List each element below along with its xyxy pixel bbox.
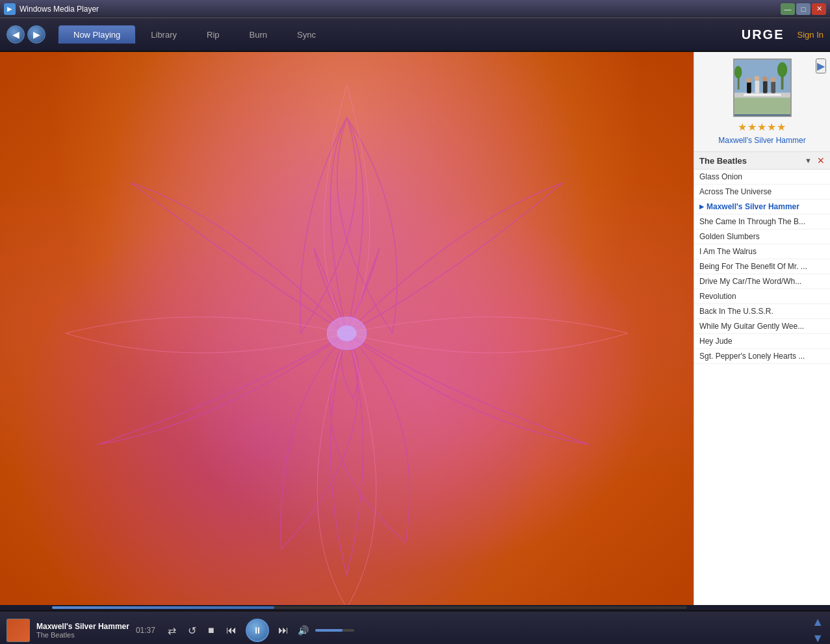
right-panel: ▶ bbox=[694, 52, 830, 605]
playlist-artist-name: The Beatles bbox=[699, 156, 805, 166]
nav-bar: ◀ ▶ Now Playing Library Rip Burn Sync UR… bbox=[0, 18, 830, 52]
track-thumbnail bbox=[6, 619, 30, 642]
shuffle-button[interactable]: ⇄ bbox=[165, 622, 179, 639]
sign-in-link[interactable]: Sign In bbox=[798, 30, 824, 40]
playlist: The Beatles ▼ ✕ Glass Onion Across The U… bbox=[694, 152, 830, 605]
app-icon: ▶ bbox=[4, 3, 16, 15]
list-item[interactable]: Revolution bbox=[694, 289, 830, 304]
list-item[interactable]: While My Guitar Gently Wee... bbox=[694, 319, 830, 334]
volume-icon: 🔊 bbox=[298, 625, 309, 636]
list-item[interactable]: Being For The Benefit Of Mr. ... bbox=[694, 259, 830, 274]
close-button[interactable]: ✕ bbox=[812, 3, 826, 15]
maximize-button[interactable]: □ bbox=[796, 3, 811, 15]
seek-bar-container[interactable] bbox=[0, 605, 830, 610]
panel-up-button[interactable]: ▲ bbox=[812, 615, 824, 629]
back-button[interactable]: ◀ bbox=[6, 25, 25, 44]
playlist-close-button[interactable]: ✕ bbox=[817, 155, 825, 166]
list-item[interactable]: Sgt. Pepper's Lonely Hearts ... bbox=[694, 349, 830, 364]
svg-point-12 bbox=[762, 77, 768, 82]
seek-progress bbox=[52, 606, 274, 609]
track-thumbnail-image bbox=[7, 619, 29, 641]
right-panel-controls: ▲ ▼ bbox=[812, 615, 824, 644]
list-item[interactable]: I Am The Walrus bbox=[694, 244, 830, 259]
album-art-image bbox=[734, 60, 790, 116]
visualization-area bbox=[0, 52, 694, 605]
svg-point-17 bbox=[734, 66, 742, 78]
controls-bar: Maxwell's Silver Hammer The Beatles 01:3… bbox=[0, 610, 830, 644]
list-item[interactable]: Glass Onion bbox=[694, 170, 830, 185]
list-item[interactable]: Back In The U.S.S.R. bbox=[694, 304, 830, 319]
tab-library[interactable]: Library bbox=[136, 25, 191, 44]
svg-rect-5 bbox=[744, 94, 781, 96]
now-playing-title[interactable]: Maxwell's Silver Hammer bbox=[718, 136, 805, 145]
svg-rect-6 bbox=[747, 82, 751, 93]
forward-button[interactable]: ▶ bbox=[27, 25, 45, 44]
main-content: ▶ bbox=[0, 52, 830, 605]
album-stars[interactable]: ★★★★★ bbox=[738, 121, 786, 133]
nav-tabs: Now Playing Library Rip Burn Sync bbox=[58, 25, 742, 44]
urge-logo: URGE bbox=[742, 27, 785, 42]
list-item[interactable]: Golden Slumbers bbox=[694, 229, 830, 244]
title-bar: ▶ Windows Media Player — □ ✕ bbox=[0, 0, 830, 18]
list-item[interactable]: She Came In Through The B... bbox=[694, 214, 830, 229]
nav-arrows: ◀ ▶ bbox=[6, 25, 45, 44]
window-title: Windows Media Player bbox=[19, 5, 781, 14]
next-button[interactable]: ⏭ bbox=[276, 622, 291, 639]
album-art bbox=[733, 58, 792, 117]
track-info: Maxwell's Silver Hammer The Beatles bbox=[36, 622, 129, 639]
volume-level bbox=[315, 629, 343, 632]
list-item[interactable]: Drive My Car/The Word/Wh... bbox=[694, 274, 830, 289]
panel-down-button[interactable]: ▼ bbox=[812, 632, 824, 644]
repeat-button[interactable]: ↺ bbox=[185, 622, 199, 639]
svg-point-10 bbox=[746, 78, 751, 83]
svg-rect-7 bbox=[755, 80, 759, 93]
expand-album-button[interactable]: ▶ bbox=[816, 58, 826, 73]
tab-now-playing[interactable]: Now Playing bbox=[58, 25, 135, 44]
svg-rect-3 bbox=[734, 96, 790, 114]
volume-slider[interactable] bbox=[315, 629, 354, 632]
list-item[interactable]: Maxwell's Silver Hammer bbox=[694, 200, 830, 214]
minimize-button[interactable]: — bbox=[781, 3, 795, 15]
list-item[interactable]: Hey Jude bbox=[694, 334, 830, 349]
svg-rect-8 bbox=[762, 81, 767, 93]
playlist-header: The Beatles ▼ ✕ bbox=[694, 152, 830, 170]
play-pause-button[interactable]: ⏸ bbox=[246, 619, 269, 642]
svg-rect-9 bbox=[771, 81, 775, 93]
list-item[interactable]: Across The Universe bbox=[694, 185, 830, 200]
tab-rip[interactable]: Rip bbox=[192, 25, 234, 44]
seek-bar[interactable] bbox=[52, 606, 687, 609]
track-time: 01:37 bbox=[136, 626, 159, 635]
stop-button[interactable]: ■ bbox=[205, 622, 217, 639]
svg-point-15 bbox=[777, 62, 786, 77]
album-section: ▶ bbox=[694, 52, 830, 152]
tab-sync[interactable]: Sync bbox=[283, 25, 330, 44]
track-artist: The Beatles bbox=[36, 631, 129, 639]
viz-background bbox=[0, 52, 694, 605]
svg-point-13 bbox=[770, 77, 775, 83]
window-controls: — □ ✕ bbox=[781, 3, 826, 15]
svg-point-11 bbox=[754, 76, 759, 81]
tab-burn[interactable]: Burn bbox=[235, 25, 281, 44]
track-title: Maxwell's Silver Hammer bbox=[36, 622, 129, 631]
playlist-dropdown-icon[interactable]: ▼ bbox=[805, 157, 812, 164]
prev-button[interactable]: ⏮ bbox=[224, 622, 239, 639]
